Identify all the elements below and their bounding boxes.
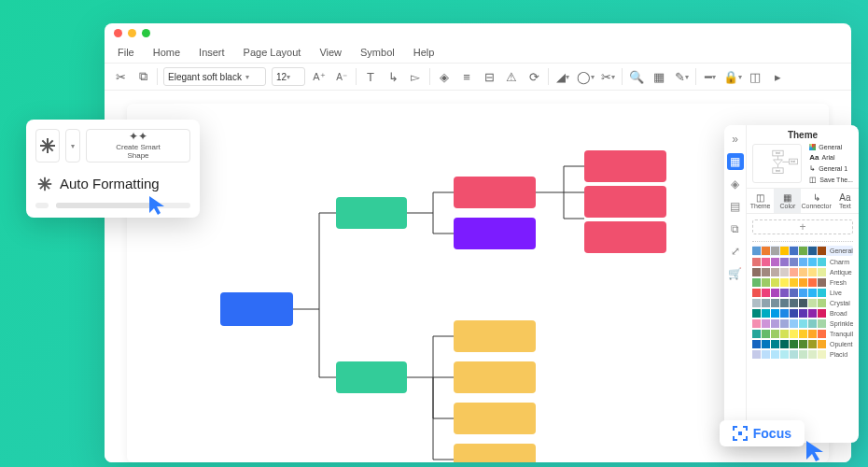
- color-theme-row[interactable]: General: [752, 246, 853, 256]
- node-yellow-1[interactable]: [454, 320, 536, 352]
- rail-page-icon[interactable]: ▤: [727, 198, 744, 215]
- color-theme-row[interactable]: Opulent: [752, 340, 853, 348]
- node-purple[interactable]: [454, 218, 536, 249]
- swatch: [790, 340, 798, 348]
- increase-font-icon[interactable]: A⁺: [311, 68, 328, 85]
- menu-symbol[interactable]: Symbol: [360, 47, 395, 58]
- rail-expand-icon[interactable]: »: [727, 131, 744, 148]
- rotate-icon[interactable]: ⟳: [525, 68, 542, 85]
- distribute-icon[interactable]: ⊟: [481, 68, 497, 85]
- fill-color-icon[interactable]: ◢▾: [554, 68, 571, 85]
- color-theme-row[interactable]: Antique: [752, 268, 853, 276]
- menu-view[interactable]: View: [319, 47, 342, 58]
- color-theme-row[interactable]: Placid: [752, 350, 853, 359]
- tab-theme[interactable]: ◫Theme: [747, 189, 774, 213]
- color-theme-label: Opulent: [830, 341, 853, 347]
- pointer-tool-icon[interactable]: ▻: [407, 68, 424, 85]
- color-theme-row[interactable]: Broad: [752, 309, 853, 318]
- maximize-dot[interactable]: [142, 29, 150, 37]
- tab-connector[interactable]: ↳Connector: [801, 189, 831, 213]
- node-yellow-3[interactable]: [454, 403, 536, 434]
- node-yellow-4[interactable]: [454, 444, 536, 462]
- swatch: [799, 258, 807, 266]
- node-pink-1[interactable]: [454, 177, 536, 208]
- auto-formatting-label: Auto Formatting: [60, 176, 160, 191]
- font-select[interactable]: Elegant soft black ▾: [163, 67, 266, 86]
- shape-icon[interactable]: ◫: [747, 68, 763, 85]
- slider-track[interactable]: [56, 203, 190, 208]
- swatch: [790, 258, 798, 266]
- decrease-font-icon[interactable]: A⁻: [333, 68, 350, 85]
- tab-color[interactable]: ▦Color: [774, 189, 801, 213]
- font-size-select[interactable]: 12 ▾: [272, 67, 305, 86]
- node-green-1[interactable]: [336, 197, 407, 229]
- menu-help[interactable]: Help: [413, 47, 435, 58]
- menu-home[interactable]: Home: [153, 47, 180, 58]
- line-style-icon[interactable]: ━▾: [702, 68, 719, 85]
- color-theme-row[interactable]: Charm: [752, 258, 853, 266]
- align-icon[interactable]: ≡: [458, 68, 475, 85]
- theme-legend: General AaArial ↳General 1 ◫Save The...: [809, 144, 853, 184]
- swatch: [780, 247, 789, 255]
- create-smart-shape-button[interactable]: ✦✦ Create SmartShape: [86, 129, 190, 163]
- add-theme-button[interactable]: +: [752, 219, 853, 234]
- swatch: [790, 309, 798, 318]
- color-theme-row[interactable]: Fresh: [752, 278, 853, 287]
- color-theme-label: Antique: [830, 269, 852, 276]
- node-yellow-2[interactable]: [454, 361, 536, 393]
- swatch: [771, 330, 779, 338]
- minimize-dot[interactable]: [128, 29, 136, 37]
- focus-button[interactable]: Focus: [720, 420, 805, 446]
- color-theme-row[interactable]: Live: [752, 289, 853, 297]
- color-theme-row[interactable]: Tranquil: [752, 330, 853, 338]
- cut-icon[interactable]: ✂: [112, 68, 129, 85]
- swatch: [771, 340, 779, 348]
- theme-body: Theme text text text General AaAr: [747, 125, 859, 443]
- burst-icon: [40, 138, 55, 153]
- swatch: [818, 247, 826, 255]
- connector-tool-icon[interactable]: ↳: [385, 68, 401, 85]
- lock-icon[interactable]: 🔒▾: [724, 68, 741, 85]
- divider: [752, 240, 853, 242]
- auto-formatting-option[interactable]: Auto Formatting: [35, 172, 190, 195]
- overflow-icon[interactable]: ▸: [769, 68, 786, 85]
- text-tool-icon[interactable]: T: [362, 68, 379, 85]
- color-theme-row[interactable]: Crystal: [752, 299, 853, 307]
- rail-layer-icon[interactable]: ◈: [727, 176, 744, 192]
- color-theme-row[interactable]: Sprinkle: [752, 319, 853, 328]
- swatch: [799, 278, 807, 287]
- close-dot[interactable]: [114, 29, 122, 37]
- swatch: [771, 268, 779, 276]
- rail-expand2-icon[interactable]: ⤢: [727, 243, 744, 260]
- rail-cart-icon[interactable]: 🛒: [727, 265, 744, 282]
- warning-icon[interactable]: ⚠: [503, 68, 520, 85]
- node-root[interactable]: [220, 292, 293, 326]
- theme-preview[interactable]: text text text: [752, 144, 802, 183]
- color-theme-label: Tranquil: [830, 331, 853, 337]
- rail-theme-icon[interactable]: ▦: [727, 153, 744, 170]
- titlebar: [105, 23, 851, 42]
- node-pink-2[interactable]: [584, 150, 666, 182]
- node-pink-3[interactable]: [584, 186, 666, 218]
- separator: [622, 68, 623, 85]
- burst-dropdown[interactable]: ▾: [65, 129, 80, 163]
- menu-file[interactable]: File: [118, 47, 134, 58]
- copy-icon[interactable]: ⧉: [134, 68, 151, 85]
- swatch: [799, 289, 807, 297]
- swatch: [808, 289, 817, 297]
- node-pink-4[interactable]: [584, 221, 666, 253]
- rail-history-icon[interactable]: ⧉: [727, 220, 744, 237]
- grid-icon[interactable]: ▦: [651, 68, 667, 85]
- chevron-down-icon: ▾: [287, 73, 290, 81]
- swatch: [762, 258, 770, 266]
- tab-text[interactable]: AaText: [832, 189, 859, 213]
- search-icon[interactable]: 🔍: [628, 68, 645, 85]
- menu-page-layout[interactable]: Page Layout: [244, 47, 301, 58]
- pen-icon[interactable]: ✎▾: [673, 68, 690, 85]
- menu-insert[interactable]: Insert: [199, 47, 225, 58]
- line-color-icon[interactable]: ◯▾: [577, 68, 594, 85]
- layers-icon[interactable]: ◈: [436, 68, 453, 85]
- burst-button[interactable]: [35, 129, 60, 163]
- crop-icon[interactable]: ✂▾: [599, 68, 616, 85]
- node-green-2[interactable]: [336, 361, 407, 393]
